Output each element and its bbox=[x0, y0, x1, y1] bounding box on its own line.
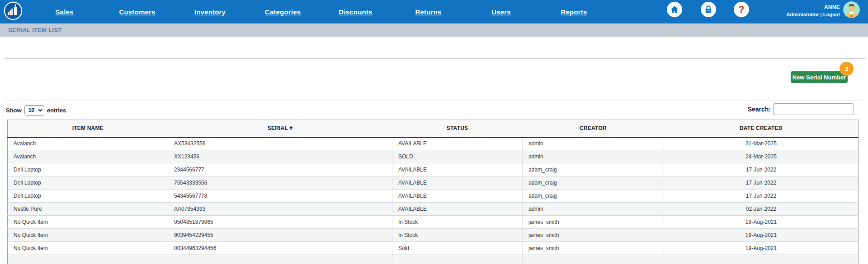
cell-creator: admin bbox=[523, 137, 664, 150]
cell-creator bbox=[523, 255, 664, 264]
cell-serial: 2344566777 bbox=[168, 163, 392, 176]
cell-date-created: 24-Mar-2025 bbox=[664, 150, 859, 163]
menu-item-returns[interactable]: Returns bbox=[392, 0, 465, 23]
search-label: Search: bbox=[748, 106, 771, 113]
help-question-glyph: ? bbox=[738, 5, 744, 14]
logout-link[interactable]: Logout bbox=[823, 12, 840, 17]
table-row[interactable]: Nestle Pure AA07954393 AVAILABLE admin 0… bbox=[8, 203, 859, 216]
table-row[interactable]: Dell Laptop 75543333556 AVAILABLE adam_c… bbox=[8, 176, 859, 190]
cell-date-created bbox=[664, 255, 859, 264]
cell-item-name: Nestle Pure bbox=[8, 203, 168, 216]
cell-status bbox=[392, 255, 523, 264]
search-controls: Search: bbox=[748, 103, 854, 115]
table-row[interactable]: Avalanch AX53432556 AVAILABLE admin 31-M… bbox=[8, 137, 859, 150]
cell-serial: 00344963294456 bbox=[168, 242, 392, 255]
toolbar-bottom-divider bbox=[5, 101, 865, 101]
menu-item-sales[interactable]: Sales bbox=[28, 0, 101, 23]
table-row[interactable]: Dell Laptop 54345567778 AVAILABLE adam_c… bbox=[8, 190, 859, 203]
cell-status: AVAILABLE bbox=[392, 163, 523, 176]
cell-serial: 9039454229455 bbox=[168, 229, 392, 242]
cell-item-name: Avalanch bbox=[8, 137, 168, 150]
cell-status: AVAILABLE bbox=[392, 190, 523, 203]
cell-item-name: Dell Laptop bbox=[8, 176, 168, 190]
cell-date-created: 02-Jan-2022 bbox=[664, 203, 859, 216]
toolbar-top-divider bbox=[5, 58, 865, 59]
cell-status: AVAILABLE bbox=[392, 203, 523, 216]
cell-serial: XX123456 bbox=[168, 150, 392, 163]
search-input[interactable] bbox=[773, 103, 854, 115]
user-role: Administrator bbox=[786, 12, 819, 17]
table-row-partial[interactable] bbox=[8, 255, 859, 264]
table-row[interactable]: Dell Laptop 2344566777 AVAILABLE adam_cr… bbox=[8, 163, 859, 176]
menu-item-reports[interactable]: Reports bbox=[538, 0, 610, 23]
cell-status: Sold bbox=[392, 242, 523, 255]
user-name: ANNE bbox=[786, 4, 840, 11]
new-serial-number-button[interactable]: New Serial Number bbox=[791, 71, 848, 83]
cell-date-created: 19-Aug-2021 bbox=[664, 216, 859, 229]
cell-creator: james_smith bbox=[523, 229, 664, 242]
cell-date-created: 19-Aug-2021 bbox=[664, 242, 859, 255]
cell-status: AVAILABLE bbox=[392, 137, 523, 150]
page-title: SERIAL ITEM LIST bbox=[8, 27, 62, 33]
cell-creator: admin bbox=[523, 203, 664, 216]
serial-table-wrap: ITEM NAME SERIAL # STATUS CREATOR DATE C… bbox=[7, 120, 858, 264]
col-header-date-created[interactable]: DATE CREATED bbox=[664, 120, 859, 137]
col-header-status[interactable]: STATUS bbox=[392, 120, 523, 137]
breadcrumb: SERIAL ITEM LIST bbox=[0, 23, 868, 37]
table-row[interactable]: No Quick Item 0504851879865 In Stock jam… bbox=[8, 216, 859, 229]
col-header-serial[interactable]: SERIAL # bbox=[168, 120, 392, 137]
cell-serial: AA07954393 bbox=[168, 203, 392, 216]
cell-item-name: Avalanch bbox=[8, 150, 168, 163]
main-menu: Sales Customers Inventory Categories Dis… bbox=[28, 0, 610, 23]
help-icon[interactable]: ? bbox=[734, 2, 749, 17]
cell-item-name bbox=[8, 255, 168, 264]
serial-table: ITEM NAME SERIAL # STATUS CREATOR DATE C… bbox=[7, 120, 859, 264]
cell-date-created: 17-Jun-2022 bbox=[664, 176, 859, 190]
cell-item-name: Dell Laptop bbox=[8, 163, 168, 176]
menu-item-categories[interactable]: Categories bbox=[246, 0, 319, 23]
cell-date-created: 17-Jun-2022 bbox=[664, 163, 859, 176]
col-header-item-name[interactable]: ITEM NAME bbox=[8, 120, 168, 137]
cell-date-created: 17-Jun-2022 bbox=[664, 190, 859, 203]
app-logo-icon[interactable] bbox=[4, 1, 23, 20]
cell-creator: adam_craig bbox=[523, 163, 664, 176]
user-block: ANNE Administrator | Logout bbox=[786, 4, 840, 18]
menu-item-customers[interactable]: Customers bbox=[101, 0, 174, 23]
cell-serial: 0504851879865 bbox=[168, 216, 392, 229]
entries-label: entries bbox=[47, 107, 66, 114]
cell-creator: james_smith bbox=[523, 242, 664, 255]
cell-item-name: No Quick Item bbox=[8, 216, 168, 229]
cell-creator: james_smith bbox=[523, 216, 664, 229]
cell-creator: adam_craig bbox=[523, 190, 664, 203]
serial-item-list-page: Sales Customers Inventory Categories Dis… bbox=[0, 0, 868, 264]
cell-date-created: 19-Aug-2021 bbox=[664, 229, 859, 242]
content-panel: New Serial Number 3 Show 10 entries Sear… bbox=[3, 37, 866, 264]
lock-icon[interactable] bbox=[701, 2, 716, 17]
cell-serial: 54345567778 bbox=[168, 190, 392, 203]
page-size-select[interactable]: 10 bbox=[24, 105, 44, 116]
cell-item-name: Dell Laptop bbox=[8, 190, 168, 203]
cell-serial bbox=[168, 255, 392, 264]
cell-serial: AX53432556 bbox=[168, 137, 392, 150]
home-icon[interactable] bbox=[667, 2, 682, 17]
cell-creator: adam_craig bbox=[523, 176, 664, 190]
cell-serial: 75543333556 bbox=[168, 176, 392, 190]
cell-item-name: No Quick Item bbox=[8, 229, 168, 242]
cell-status: AVAILABLE bbox=[392, 176, 523, 190]
col-header-creator[interactable]: CREATOR bbox=[523, 120, 664, 137]
menu-item-discounts[interactable]: Discounts bbox=[319, 0, 392, 23]
table-row[interactable]: Avalanch XX123456 SOLD admin 24-Mar-2025 bbox=[8, 150, 859, 163]
menu-item-inventory[interactable]: Inventory bbox=[174, 0, 246, 23]
show-label: Show bbox=[6, 107, 22, 114]
menu-item-users[interactable]: Users bbox=[465, 0, 538, 23]
notification-badge: 3 bbox=[840, 62, 854, 76]
user-avatar[interactable] bbox=[843, 1, 860, 18]
table-row[interactable]: No Quick Item 9039454229455 In Stock jam… bbox=[8, 229, 859, 242]
cell-creator: admin bbox=[523, 150, 664, 163]
table-header-row: ITEM NAME SERIAL # STATUS CREATOR DATE C… bbox=[8, 120, 859, 137]
table-row[interactable]: No Quick Item 00344963294456 Sold james_… bbox=[8, 242, 859, 255]
cell-status: In Stock bbox=[392, 229, 523, 242]
cell-date-created: 31-Mar-2025 bbox=[664, 137, 859, 150]
page-size-controls: Show 10 entries bbox=[6, 104, 66, 116]
cell-item-name: No Quick Item bbox=[8, 242, 168, 255]
